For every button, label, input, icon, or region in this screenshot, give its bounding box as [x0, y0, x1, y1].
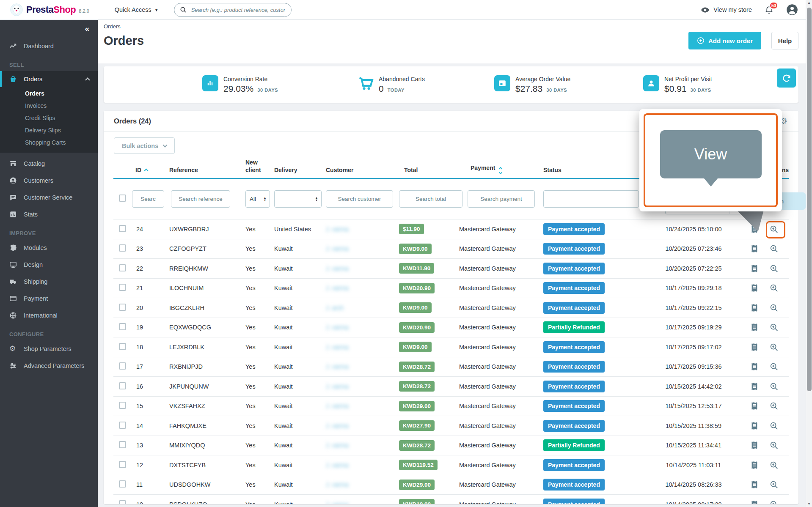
sidebar-subitem-shopping-carts[interactable]: Shopping Carts — [0, 136, 98, 148]
sidebar-subitem-delivery-slips[interactable]: Delivery Slips — [0, 124, 98, 136]
column-header-total[interactable]: Total — [399, 167, 459, 178]
filter-total-input[interactable] — [399, 190, 462, 208]
view-order-magnifier-icon[interactable] — [769, 480, 779, 489]
refresh-kpis-button[interactable] — [777, 69, 796, 88]
row-checkbox[interactable] — [119, 402, 126, 409]
order-row[interactable]: 20 IBGCZKLRH Yes Kuwait J. arch KWD9.00 … — [113, 298, 789, 318]
view-order-magnifier-icon[interactable] — [769, 382, 779, 391]
invoice-icon[interactable] — [750, 323, 759, 332]
column-header-reference[interactable]: Reference — [169, 167, 245, 178]
filter-payment-input[interactable] — [468, 190, 535, 208]
row-checkbox[interactable] — [119, 264, 126, 271]
filter-customer-input[interactable] — [326, 190, 393, 208]
filter-status-input[interactable] — [543, 190, 639, 208]
row-checkbox[interactable] — [119, 441, 126, 448]
filter-id-input[interactable] — [132, 190, 164, 208]
view-order-magnifier-icon[interactable] — [769, 343, 779, 352]
invoice-icon[interactable] — [750, 382, 759, 391]
invoice-icon[interactable] — [750, 264, 759, 273]
invoice-icon[interactable] — [750, 500, 759, 504]
invoice-icon[interactable] — [750, 421, 759, 430]
global-search-input[interactable] — [190, 6, 286, 14]
invoice-icon[interactable] — [750, 480, 759, 489]
order-row[interactable]: 19 EQXWGDQCG Yes Kuwait J. varma KWD20.9… — [113, 318, 789, 338]
invoice-icon[interactable] — [750, 244, 759, 253]
row-checkbox[interactable] — [119, 422, 126, 429]
column-header-customer[interactable]: Customer — [326, 167, 399, 178]
order-row[interactable]: 10 PSDOLKUZO Yes Kuwait J. varma KWD18.9… — [113, 495, 789, 504]
invoice-icon[interactable] — [750, 441, 759, 450]
invoice-icon[interactable] — [750, 283, 759, 293]
view-order-magnifier-icon[interactable] — [769, 323, 779, 332]
scrollbar-down-arrow[interactable]: ▼ — [806, 501, 812, 507]
row-checkbox[interactable] — [119, 343, 126, 350]
order-row[interactable]: 12 DXTSTCFYB Yes Kuwait J. varma KWD119.… — [113, 455, 789, 475]
quick-access-menu[interactable]: Quick Access ▼ — [115, 6, 159, 13]
column-header-id[interactable]: ID — [131, 167, 169, 178]
view-order-magnifier-icon[interactable] — [769, 460, 779, 470]
sidebar-item-modules[interactable]: Modules — [0, 239, 98, 256]
sidebar-subitem-orders[interactable]: Orders — [0, 87, 98, 99]
vertical-scrollbar[interactable]: ▲ ▼ — [806, 0, 812, 507]
row-checkbox[interactable] — [119, 500, 126, 504]
row-checkbox[interactable] — [119, 480, 126, 488]
notifications-button[interactable]: 50 — [765, 5, 773, 14]
view-order-magnifier-icon[interactable] — [769, 421, 779, 430]
filter-reference-input[interactable] — [171, 190, 230, 208]
sidebar-item-international[interactable]: International — [0, 307, 98, 324]
order-row[interactable]: 17 RXBNIJPJD Yes Kuwait J. varma KWD28.7… — [113, 357, 789, 377]
sidebar-subitem-invoices[interactable]: Invoices — [0, 99, 98, 112]
column-header-payment[interactable]: Payment — [459, 164, 543, 178]
sidebar-item-customer-service[interactable]: Customer Service — [0, 189, 98, 206]
row-checkbox[interactable] — [119, 461, 126, 468]
row-checkbox[interactable] — [119, 225, 126, 232]
scrollbar-thumb[interactable] — [807, 8, 812, 391]
sidebar-item-stats[interactable]: Stats — [0, 206, 98, 223]
sidebar-item-customers[interactable]: Customers — [0, 172, 98, 189]
order-row[interactable]: 13 MMIXIYQDQ Yes Kuwait J. varma KWD28.7… — [113, 436, 789, 456]
order-row[interactable]: 14 FAHKQMJXE Yes Kuwait J. varma KWD27.9… — [113, 416, 789, 436]
sidebar-item-design[interactable]: Design — [0, 256, 98, 273]
order-row[interactable]: 22 RREIQHKMW Yes Kuwait J. varma KWD11.9… — [113, 259, 789, 279]
sidebar-item-shop-parameters[interactable]: ⚙ Shop Parameters — [0, 340, 98, 357]
view-order-magnifier-icon[interactable] — [769, 401, 779, 411]
view-order-magnifier-icon[interactable] — [769, 441, 779, 450]
order-row[interactable]: 18 LEJXRDBLK Yes Kuwait J. varma KWD9.00… — [113, 337, 789, 357]
view-order-magnifier-icon[interactable] — [769, 283, 779, 293]
view-my-store-link[interactable]: View my store — [701, 5, 752, 14]
sidebar-item-payment[interactable]: Payment — [0, 290, 98, 307]
invoice-icon[interactable] — [750, 401, 759, 411]
add-new-order-button[interactable]: Add new order — [688, 32, 761, 49]
collapse-sidebar-button[interactable]: « — [85, 24, 89, 33]
bulk-actions-button[interactable]: Bulk actions — [114, 137, 175, 154]
order-row[interactable]: 15 VKZSFAHXZ Yes Kuwait J. varma KWD29.0… — [113, 397, 789, 417]
row-checkbox[interactable] — [119, 323, 126, 330]
select-all-checkbox[interactable] — [119, 195, 126, 202]
row-checkbox[interactable] — [119, 244, 126, 252]
invoice-icon[interactable] — [750, 343, 759, 352]
order-row[interactable]: 21 ILOCHNUIM Yes Kuwait J. varma KWD20.9… — [113, 279, 789, 299]
column-header-new-client[interactable]: New client — [245, 159, 274, 178]
view-order-magnifier-icon[interactable] — [769, 244, 779, 253]
order-row[interactable]: 16 JKPUNQUNW Yes Kuwait J. varma KWD28.7… — [113, 377, 789, 397]
user-avatar[interactable] — [786, 4, 798, 16]
invoice-icon[interactable] — [750, 460, 759, 470]
sidebar-item-orders[interactable]: Orders — [0, 71, 98, 87]
filter-new-client-select[interactable]: All▴▾ — [245, 190, 270, 208]
sidebar-subitem-credit-slips[interactable]: Credit Slips — [0, 112, 98, 124]
help-button[interactable]: Help — [771, 32, 798, 49]
sidebar-item-catalog[interactable]: Catalog — [0, 155, 98, 172]
row-checkbox[interactable] — [119, 382, 126, 389]
order-row[interactable]: 24 UXWRGBDRJ Yes United States J. varma … — [113, 219, 789, 239]
global-search[interactable] — [174, 3, 292, 17]
view-order-magnifier-icon[interactable] — [769, 303, 779, 312]
column-header-status[interactable]: Status — [543, 167, 641, 178]
row-checkbox[interactable] — [119, 284, 126, 291]
order-row[interactable]: 23 CZFOGPYZT Yes Kuwait J. varma KWD9.00… — [113, 239, 789, 259]
order-row[interactable]: 11 UDSDGOHKW Yes Kuwait J. varma KWD29.0… — [113, 475, 789, 495]
sidebar-item-shipping[interactable]: Shipping — [0, 273, 98, 290]
view-order-magnifier-icon[interactable] — [769, 264, 779, 273]
view-order-magnifier-icon[interactable] — [769, 500, 779, 504]
invoice-icon[interactable] — [750, 362, 759, 371]
invoice-icon[interactable] — [750, 303, 759, 312]
